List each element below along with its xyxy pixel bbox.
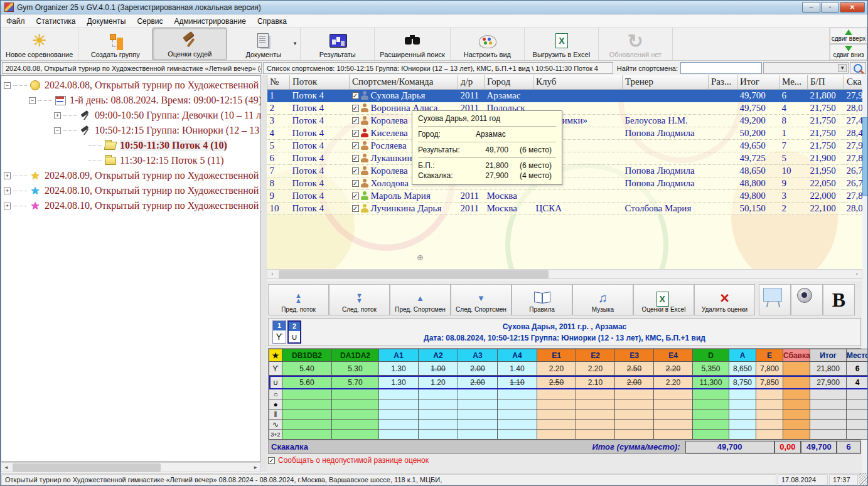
score-cell[interactable] xyxy=(729,420,756,430)
toolbar-button[interactable]: Настроить вид xyxy=(451,28,525,60)
chevron-down-icon[interactable]: ▼ xyxy=(838,64,847,72)
tree-expander[interactable]: + xyxy=(4,188,11,194)
toolbar-button[interactable]: ▾ Документы xyxy=(227,28,301,60)
score-cell[interactable]: 2.00 xyxy=(458,376,498,389)
tree-item[interactable]: − 1-й день: 08.08.2024. Время: 09:00-12:… xyxy=(1,93,260,108)
score-cell[interactable]: 5.60 xyxy=(282,376,332,389)
score-cell[interactable] xyxy=(783,389,810,399)
score-cell[interactable]: 1.30 xyxy=(379,362,419,376)
score-cell[interactable] xyxy=(783,399,810,409)
toolbar-button[interactable]: Расширенный поиск xyxy=(375,28,451,60)
score-cell[interactable]: 2.20 xyxy=(537,362,576,376)
score-cell[interactable] xyxy=(615,399,654,409)
score-cell[interactable] xyxy=(419,399,458,409)
close-button[interactable]: ✕ xyxy=(840,2,865,13)
score-cell[interactable] xyxy=(379,399,419,409)
score-row-ribbon[interactable]: ∿ xyxy=(269,420,868,430)
score-cell[interactable] xyxy=(847,399,868,409)
score-cell[interactable]: 6 xyxy=(847,362,868,376)
apparatus-tab[interactable]: 2 ∪ xyxy=(287,320,301,344)
score-cell[interactable] xyxy=(847,420,868,430)
tree-expander[interactable]: − xyxy=(54,127,61,134)
athlete-checkbox[interactable]: ✓ xyxy=(352,167,359,174)
score-cell[interactable]: 2.20 xyxy=(576,362,615,376)
score-cell[interactable] xyxy=(783,430,810,440)
score-cell[interactable]: 5.30 xyxy=(332,362,379,376)
tree-item[interactable]: 11:30-12:15 Поток 5 (11) xyxy=(1,153,260,168)
score-cell[interactable]: 1.20 xyxy=(419,376,458,389)
score-cell[interactable] xyxy=(693,420,729,430)
score-cell[interactable] xyxy=(693,409,729,420)
score-cell[interactable]: 7,800 xyxy=(756,362,783,376)
tree-expander[interactable]: + xyxy=(4,172,11,179)
tree-expander[interactable]: − xyxy=(4,82,11,89)
score-cell[interactable] xyxy=(282,430,332,440)
score-cell[interactable] xyxy=(810,420,847,430)
score-cell[interactable] xyxy=(282,420,332,430)
athlete-row[interactable]: 3 Поток 4 ✓ Королева СК «Химки» Б xyxy=(267,114,863,127)
score-toolbar-button[interactable]: Музыка xyxy=(572,284,633,315)
score-cell[interactable] xyxy=(654,430,693,440)
athlete-checkbox[interactable]: ✓ xyxy=(352,105,359,112)
athlete-row[interactable]: 5 Поток 4 ✓ Росляева xyxy=(267,139,863,152)
warning-checkbox[interactable]: ✓ xyxy=(268,457,275,464)
athlete-checkbox[interactable]: ✓ xyxy=(352,117,359,124)
score-row-ball[interactable]: ● xyxy=(269,399,868,409)
athlete-row[interactable]: 10 Поток 4 ✓ Лучинкина Дарья 2011 Москва… xyxy=(267,202,863,214)
score-cell[interactable] xyxy=(783,409,810,420)
score-cell[interactable] xyxy=(282,389,332,399)
score-cell[interactable] xyxy=(847,409,868,420)
score-toolbar-button[interactable]: След. Спортсмен xyxy=(451,284,512,315)
score-cell[interactable]: 2.10 xyxy=(576,376,615,389)
search-combo[interactable]: ▼ xyxy=(763,62,849,74)
score-cell[interactable] xyxy=(332,430,379,440)
score-cell[interactable]: 1.40 xyxy=(498,362,537,376)
score-cell[interactable] xyxy=(654,420,693,430)
score-cell[interactable] xyxy=(498,420,537,430)
score-cell[interactable] xyxy=(537,430,576,440)
athlete-checkbox[interactable]: ✓ xyxy=(352,92,359,99)
tree-item[interactable]: + 2024.08.09, Открытый турнир по Художес… xyxy=(1,168,260,183)
athlete-checkbox[interactable]: ✓ xyxy=(352,193,359,199)
score-cell[interactable] xyxy=(756,420,783,430)
menu-item[interactable]: Справка xyxy=(252,16,292,27)
minimize-button[interactable]: – xyxy=(802,2,820,13)
score-cell[interactable] xyxy=(693,430,729,440)
score-cell[interactable] xyxy=(810,399,847,409)
maximize-button[interactable]: ▫ xyxy=(821,2,839,13)
tree-item[interactable]: − 2024.08.08, Открытый турнир по Художес… xyxy=(1,78,260,93)
tree-item[interactable]: + 09:00-10:50 Группа: Девочки (10 – 11 л… xyxy=(1,108,260,123)
menu-item[interactable]: Статистика xyxy=(31,16,82,27)
score-cell[interactable] xyxy=(537,389,576,399)
score-cell[interactable] xyxy=(615,430,654,440)
score-cell[interactable]: 2.20 xyxy=(654,362,693,376)
athlete-row[interactable]: 2 Поток 4 ✓ Воронина Алиса 2011 Подольск xyxy=(267,102,863,114)
toolbar-button[interactable]: Выгрузить в Excel xyxy=(525,28,599,60)
score-cell[interactable] xyxy=(756,389,783,399)
score-cell[interactable] xyxy=(756,399,783,409)
score-cell[interactable] xyxy=(332,389,379,399)
square-icon-button[interactable] xyxy=(791,284,823,315)
score-cell[interactable] xyxy=(615,389,654,399)
score-cell[interactable]: 2.50 xyxy=(615,362,654,376)
menu-item[interactable]: Сервис xyxy=(131,16,168,27)
score-cell[interactable]: 1.00 xyxy=(419,362,458,376)
square-icon-button[interactable] xyxy=(759,284,791,315)
score-cell[interactable]: 2.50 xyxy=(537,376,576,389)
square-icon-button[interactable] xyxy=(823,284,855,315)
score-cell[interactable] xyxy=(693,399,729,409)
toolbar-button[interactable]: Оценки судей xyxy=(153,28,227,60)
toolbar-button[interactable]: Обновлений нет xyxy=(599,28,673,60)
score-cell[interactable] xyxy=(576,420,615,430)
score-cell[interactable] xyxy=(379,420,419,430)
score-cell[interactable]: 8,650 xyxy=(729,362,756,376)
score-cell[interactable] xyxy=(498,409,537,420)
athlete-checkbox[interactable]: ✓ xyxy=(352,205,359,212)
score-cell[interactable] xyxy=(498,430,537,440)
score-cell[interactable] xyxy=(693,389,729,399)
shift-down-button[interactable]: сдвиг вниз xyxy=(830,44,867,60)
score-cell[interactable] xyxy=(810,409,847,420)
score-cell[interactable]: 21,800 xyxy=(810,362,847,376)
score-cell[interactable] xyxy=(458,409,498,420)
tree-item[interactable]: + 2024.08.10, Открытый турнир по Художес… xyxy=(1,198,260,213)
